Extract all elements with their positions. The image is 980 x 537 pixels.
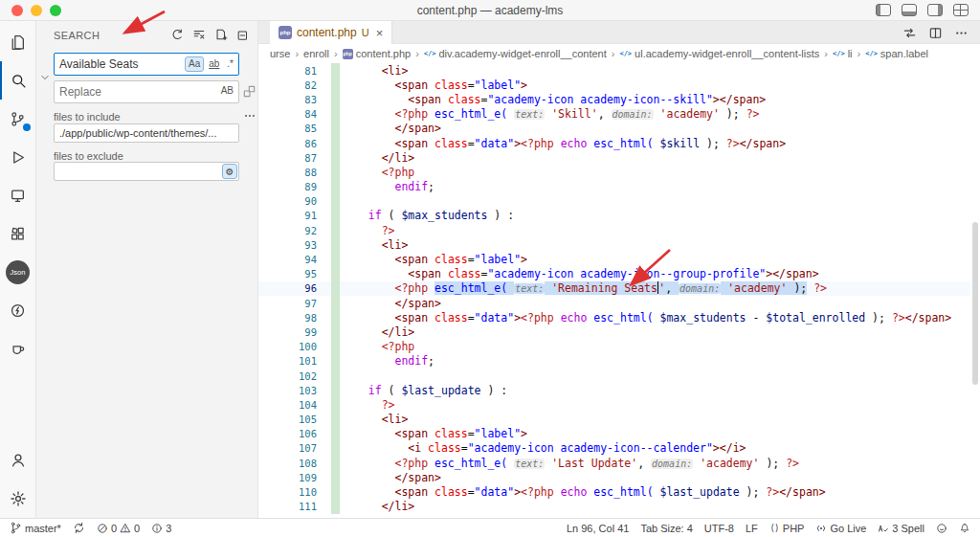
whole-word-icon[interactable]: ab	[206, 57, 222, 71]
git-added-gutter	[331, 281, 340, 296]
editor-scrollbar[interactable]	[972, 222, 978, 385]
code-line[interactable]: 100 <?php	[258, 340, 970, 354]
sidebar-item-search[interactable]	[0, 61, 36, 100]
toggle-replace-chevron-icon[interactable]	[40, 73, 50, 82]
close-window-button[interactable]	[11, 5, 23, 16]
files-to-exclude-label: files to exclude	[54, 150, 123, 162]
collapse-all-icon[interactable]	[236, 28, 250, 41]
code-line[interactable]: 102	[258, 369, 970, 383]
match-case-icon[interactable]: Aa	[185, 56, 204, 72]
git-added-gutter	[331, 500, 340, 514]
code-line[interactable]: 104 ?>	[258, 397, 970, 412]
code-line[interactable]: 109 </span>	[258, 470, 970, 484]
code-line[interactable]: 84 <?php esc_html_e( text: 'Skill', doma…	[258, 107, 970, 122]
code-line[interactable]: 94 <span class="label">	[258, 252, 970, 266]
code-line[interactable]: 106 <span class="label">	[258, 427, 970, 441]
extra-status[interactable]: 3	[151, 523, 171, 534]
code-line[interactable]: 110 <span class="data"><?php echo esc_ht…	[258, 484, 970, 499]
accounts-button[interactable]	[0, 441, 36, 480]
sidebar-item-cup-extension[interactable]	[0, 329, 36, 368]
code-line[interactable]: 97 </span>	[258, 296, 970, 310]
toggle-secondary-sidebar-icon[interactable]	[927, 4, 943, 16]
breadcrumb-item[interactable]: </>div.academy-widget-enroll__content	[424, 48, 607, 59]
toggle-panel-icon[interactable]	[902, 4, 917, 16]
json-extension-icon: Json	[6, 260, 30, 284]
minimize-window-button[interactable]	[31, 5, 42, 16]
tab-size-status[interactable]: Tab Size: 4	[640, 523, 692, 534]
sidebar-item-thunder-client[interactable]	[0, 291, 36, 329]
sidebar-item-remote-explorer[interactable]	[0, 176, 36, 214]
encoding-status[interactable]: UTF-8	[704, 523, 734, 534]
sidebar-item-run-debug[interactable]	[0, 138, 36, 176]
sidebar-item-extensions[interactable]	[0, 214, 36, 253]
code-line[interactable]: 83 <span class="academy-icon academy-ico…	[258, 92, 970, 106]
code-area[interactable]: 81 <li>82 <span class="label">83 <span c…	[258, 63, 970, 518]
new-search-editor-icon[interactable]	[214, 28, 228, 41]
code-line[interactable]: 92 ?>	[258, 223, 970, 237]
replace-input[interactable]	[54, 80, 239, 103]
sidebar-item-explorer[interactable]	[0, 23, 36, 61]
code-line[interactable]: 105 <li>	[258, 413, 970, 427]
breadcrumb-item[interactable]: </>span.label	[865, 48, 928, 59]
code-line[interactable]: 103 if ( $last_update ) :	[258, 383, 970, 397]
line-number: 82	[258, 79, 331, 91]
split-editor-icon[interactable]	[928, 26, 943, 40]
code-line[interactable]: 99 </li>	[258, 324, 970, 339]
code-line[interactable]: 88 <?php	[258, 165, 970, 179]
breadcrumb-item[interactable]: </>li	[833, 48, 853, 59]
git-added-gutter	[331, 456, 340, 470]
code-line[interactable]: 93 <li>	[258, 237, 970, 252]
code-line[interactable]: 89 endif;	[258, 180, 970, 194]
eol-status[interactable]: LF	[746, 523, 758, 534]
code-line[interactable]: 96 <?php esc_html_e( text: 'Remaining Se…	[258, 281, 970, 296]
use-exclude-settings-icon[interactable]: ⚙	[222, 164, 237, 179]
branch-status[interactable]: master*	[10, 522, 61, 534]
code-line[interactable]: 108 <?php esc_html_e( text: 'Last Update…	[258, 456, 970, 470]
search-details-more-icon[interactable]	[243, 109, 256, 123]
files-to-exclude-input[interactable]	[54, 162, 239, 181]
preserve-case-icon[interactable]: AB	[218, 84, 236, 98]
line-number: 89	[258, 181, 331, 192]
code-line[interactable]: 87 </li>	[258, 150, 970, 165]
go-live-status[interactable]: Go Live	[815, 523, 866, 534]
breadcrumb-item[interactable]: </>ul.academy-widget-enroll__content-lis…	[619, 48, 819, 59]
code-line[interactable]: 107 <i class="academy-icon academy-icon-…	[258, 441, 970, 456]
refresh-icon[interactable]	[170, 28, 184, 41]
code-line[interactable]: 111 </li>	[258, 500, 970, 514]
git-added-gutter	[331, 78, 340, 92]
more-actions-icon[interactable]	[954, 26, 969, 40]
code-line[interactable]: 85 </span>	[258, 122, 970, 136]
customize-layout-icon[interactable]	[953, 4, 969, 16]
code-line[interactable]: 101 endif;	[258, 354, 970, 369]
feedback-status[interactable]	[936, 523, 947, 534]
breadcrumb-item[interactable]: phpcontent.php	[343, 48, 412, 59]
zoom-window-button[interactable]	[50, 5, 61, 16]
notifications-status[interactable]	[959, 523, 970, 534]
code-line[interactable]: 90	[258, 194, 970, 209]
code-line[interactable]: 91 if ( $max_students ) :	[258, 209, 970, 223]
toggle-primary-sidebar-icon[interactable]	[876, 4, 891, 16]
tab-content-php[interactable]: php content.php U ×	[270, 21, 392, 44]
problems-status[interactable]: 0 0	[97, 523, 140, 534]
code-line[interactable]: 81 <li>	[258, 63, 970, 78]
files-to-include-input[interactable]	[54, 123, 239, 143]
code-line[interactable]: 98 <span class="data"><?php echo esc_htm…	[258, 310, 970, 324]
git-added-gutter	[331, 165, 340, 179]
regex-icon[interactable]: .*	[224, 57, 236, 71]
settings-button[interactable]	[0, 480, 36, 518]
sync-status[interactable]	[73, 522, 85, 534]
clear-search-results-icon[interactable]	[192, 28, 206, 41]
spell-checker-status[interactable]: 3 Spell	[878, 523, 924, 534]
open-changes-icon[interactable]	[902, 26, 917, 40]
cursor-position-status[interactable]: Ln 96, Col 41	[567, 523, 629, 534]
replace-all-icon[interactable]	[242, 84, 256, 99]
breadcrumb-item[interactable]: enroll	[303, 48, 329, 59]
close-tab-icon[interactable]: ×	[376, 26, 384, 40]
code-line[interactable]: 86 <span class="data"><?php echo esc_htm…	[258, 136, 970, 150]
breadcrumb-item[interactable]: urse	[270, 48, 290, 59]
sidebar-item-json-extension[interactable]: Json	[0, 253, 36, 291]
code-line[interactable]: 95 <span class="academy-icon academy-ico…	[258, 267, 970, 281]
sidebar-item-source-control[interactable]	[0, 100, 36, 138]
language-status[interactable]: PHP	[769, 523, 805, 534]
code-line[interactable]: 82 <span class="label">	[258, 78, 970, 92]
